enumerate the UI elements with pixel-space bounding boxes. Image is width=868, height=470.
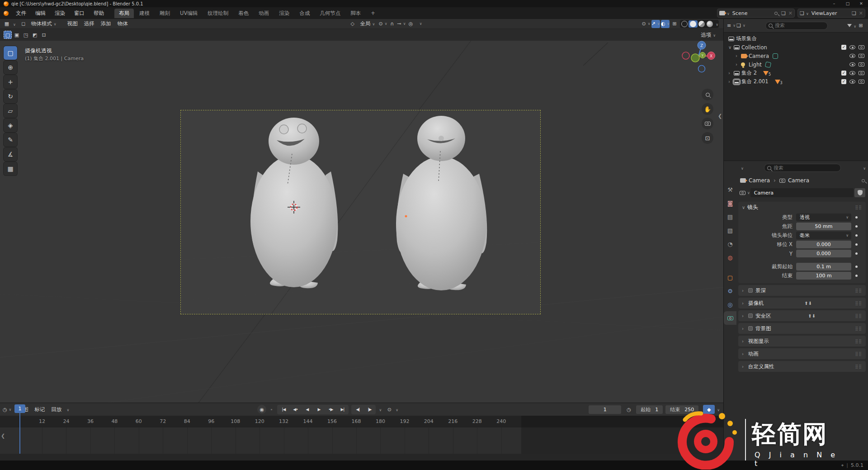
new-viewlayer-icon[interactable]: ❏ <box>852 10 856 16</box>
workspace-tab[interactable]: 雕刻 <box>155 9 175 18</box>
play[interactable]: ▶ <box>313 405 325 414</box>
hide-eye-icon[interactable] <box>849 62 855 66</box>
collapsed-panel-header[interactable]: › 视图显示 ⬆⬇ ⣿⣿ <box>738 336 866 347</box>
timeline-scroll-area[interactable] <box>0 454 723 461</box>
hide-eye-icon[interactable] <box>849 80 855 84</box>
workspace-tab[interactable]: 脚本 <box>346 9 365 18</box>
delete-scene-icon[interactable]: ✕ <box>788 10 793 16</box>
pan-hand-icon[interactable]: ✋ <box>702 103 713 115</box>
animate-dot[interactable] <box>855 266 858 268</box>
properties-options-chevron[interactable] <box>861 165 866 171</box>
step-forward[interactable]: |▶ <box>363 405 375 414</box>
tool-scale[interactable]: ▱ <box>4 104 17 118</box>
animate-dot[interactable] <box>855 252 858 255</box>
tab-render[interactable]: ◙ <box>724 196 736 210</box>
tool-transform[interactable]: ◈ <box>4 119 17 132</box>
tab-object-data[interactable] <box>724 311 736 325</box>
filter-funnel-icon[interactable] <box>847 24 852 27</box>
expander-icon[interactable]: › <box>736 53 741 58</box>
step-back[interactable]: ◀| <box>352 405 363 414</box>
property-value-field[interactable]: 50 mm <box>796 223 851 230</box>
hide-eye-icon[interactable] <box>849 45 855 49</box>
delete-viewlayer-icon[interactable]: ✕ <box>859 10 863 16</box>
tool-annotate[interactable]: ✎ <box>4 133 17 147</box>
property-value-field[interactable]: 0.000 <box>796 250 851 257</box>
panel-grip-icon[interactable]: ⣿⣿ <box>855 313 862 318</box>
timeline-menu-item[interactable]: 标记 <box>31 406 48 413</box>
minimize-button[interactable]: – <box>827 0 841 7</box>
property-value-field[interactable]: 100 m <box>796 272 851 280</box>
hide-eye-icon[interactable] <box>849 71 855 75</box>
panel-checkbox[interactable] <box>748 288 753 293</box>
exclude-checkbox[interactable]: ✓ <box>841 79 846 84</box>
mode-selector[interactable]: 物体模式 <box>28 20 60 27</box>
animate-dot[interactable] <box>855 275 858 277</box>
lens-panel-header[interactable]: ∨ 镜头 ⣿⣿ <box>738 202 866 213</box>
workspace-tab[interactable]: 几何节点 <box>315 9 345 18</box>
outliner-filter-id[interactable]: ❏ <box>736 22 745 30</box>
menu-item[interactable]: 窗口 <box>70 10 89 17</box>
animate-dot[interactable] <box>855 225 858 228</box>
outliner-display-mode[interactable]: ≡ <box>727 22 736 30</box>
collapsed-panel-header[interactable]: › 背景图 ⬆⬇ ⣿⣿ <box>738 323 866 334</box>
breadcrumb-object[interactable]: Camera <box>749 177 770 184</box>
outliner-row-scene-collection[interactable]: 场景集合 <box>724 34 868 43</box>
outliner-row-camera[interactable]: › Camera <box>724 52 868 60</box>
render-visibility-icon[interactable] <box>859 45 864 49</box>
transform-orientation[interactable]: 全局 <box>357 20 378 27</box>
play-reverse[interactable]: ◀ <box>301 405 313 414</box>
new-collection-button[interactable]: ⊞ <box>857 22 865 30</box>
frame-end-field[interactable]: 结束 250 <box>665 405 698 414</box>
tool-move[interactable]: + <box>4 75 17 89</box>
outliner-row-collection-2[interactable]: › 集合 2 5 ✓ <box>724 69 868 77</box>
tab-physics[interactable]: ◎ <box>724 298 736 311</box>
panel-grip-icon[interactable]: ⣿⣿ <box>855 326 862 331</box>
sidebar-collapse-arrow[interactable]: ❮ <box>718 113 722 119</box>
render-visibility-icon[interactable] <box>859 80 864 84</box>
expander-icon[interactable]: ∨ <box>728 45 734 50</box>
current-frame-field[interactable]: 1 <box>589 405 621 414</box>
snap-target-button[interactable]: ⊸ <box>397 20 406 28</box>
workspace-tab[interactable]: UV编辑 <box>175 9 202 18</box>
pivot-point-button[interactable]: ⊙ <box>378 20 387 28</box>
property-value-field[interactable]: 毫米 <box>796 232 851 239</box>
tab-modifiers[interactable]: ⚙ <box>724 284 736 298</box>
timeline-collapse-arrow[interactable]: ❮ <box>1 433 5 439</box>
workspace-tab[interactable]: 渲染 <box>274 9 294 18</box>
hide-eye-icon[interactable] <box>849 54 855 58</box>
pin-icon[interactable] <box>774 12 778 15</box>
maximize-button[interactable]: □ <box>841 0 854 7</box>
shading-material-button[interactable] <box>698 21 705 27</box>
keying-popover-button[interactable]: ◆ <box>703 405 715 414</box>
collapsed-panel-header[interactable]: › 自定义属性 ⬆⬇ ⣿⣿ <box>738 361 866 372</box>
render-visibility-icon[interactable] <box>859 62 864 66</box>
viewlayer-selector[interactable]: ❏ ViewLayer ❏ ✕ <box>797 9 865 18</box>
outliner-search-input[interactable] <box>775 23 825 28</box>
keying-set-dot[interactable]: • <box>267 405 275 413</box>
panel-grip-icon[interactable]: ⣿⣿ <box>855 301 862 305</box>
animate-dot[interactable] <box>855 234 858 237</box>
render-visibility-icon[interactable] <box>859 71 864 75</box>
panel-checkbox[interactable] <box>748 313 753 318</box>
close-button[interactable]: ✕ <box>854 0 868 7</box>
panel-checkbox[interactable] <box>748 326 753 331</box>
zoom-icon[interactable] <box>702 89 713 100</box>
scene-name[interactable]: Scene <box>732 10 748 16</box>
editor-type-icon[interactable]: ▦ <box>3 20 11 28</box>
panel-grip-icon[interactable]: ⣿⣿ <box>855 288 862 293</box>
workspace-tab[interactable]: 布局 <box>114 9 134 18</box>
tab-world[interactable]: ◍ <box>724 251 736 264</box>
workspace-tab[interactable]: 动画 <box>254 9 274 18</box>
breadcrumb-data[interactable]: Camera <box>788 177 809 184</box>
shading-rendered-button[interactable] <box>707 21 713 27</box>
shading-chevron[interactable] <box>714 21 718 27</box>
viewport-menu-item[interactable]: 选择 <box>81 20 98 27</box>
overlays-toggle-button[interactable]: ◐ <box>661 20 670 28</box>
menu-item[interactable]: 编辑 <box>31 10 50 17</box>
expander-icon[interactable]: › <box>736 62 741 67</box>
tab-scene[interactable]: ◔ <box>724 237 736 251</box>
property-value-field[interactable]: 透视 <box>796 214 851 221</box>
tab-object[interactable]: ▢ <box>724 271 736 284</box>
new-scene-icon[interactable]: ❏ <box>781 10 786 16</box>
properties-search[interactable] <box>764 164 841 172</box>
